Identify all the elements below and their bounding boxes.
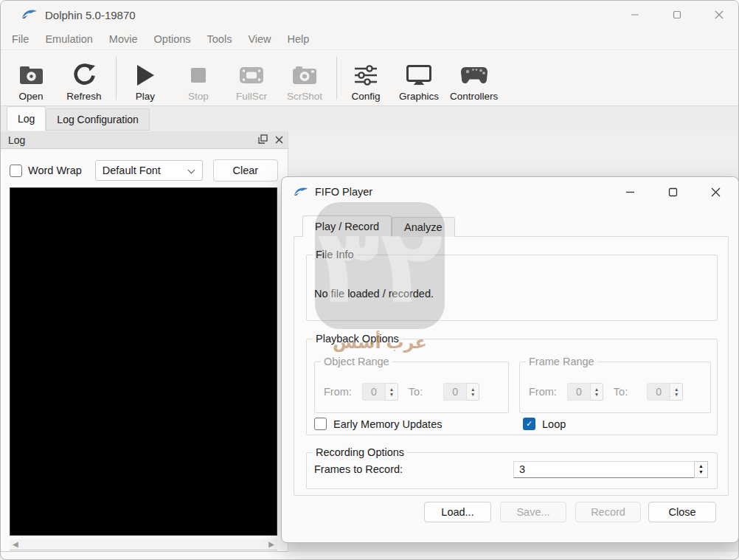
close-icon: [711, 187, 721, 197]
frame-range-group: Frame Range From: 0 ▲▼ To: 0 ▲▼: [519, 362, 711, 413]
log-horizontal-scrollbar[interactable]: ◀ ▶: [10, 539, 277, 550]
tab-log-configuration[interactable]: Log Configuration: [46, 108, 150, 131]
refresh-icon: [72, 61, 96, 89]
menu-movie[interactable]: Movie: [101, 33, 146, 45]
fifo-window-controls: [608, 178, 737, 206]
word-wrap-checkbox[interactable]: [10, 165, 22, 177]
float-panel-button[interactable]: [258, 134, 268, 147]
loop-label: Loop: [542, 418, 566, 430]
toolbar-controllers-button[interactable]: Controllers: [447, 55, 501, 102]
record-button: Record: [575, 502, 641, 522]
toolbar-graphics-button[interactable]: Graphics: [394, 55, 444, 102]
screenshot-icon: [291, 61, 318, 89]
window-title: Dolphin 5.0-19870: [45, 9, 136, 21]
object-to-label: To:: [409, 386, 423, 398]
dolphin-main-window: Dolphin 5.0-19870 File Emulation Movie O…: [0, 0, 739, 560]
check-icon: ✓: [526, 419, 532, 429]
close-panel-button[interactable]: [275, 134, 283, 147]
playback-options-group: Playback Options Object Range From: 0 ▲▼…: [306, 339, 718, 435]
titlebar: Dolphin 5.0-19870: [1, 1, 739, 29]
log-dock-header: Log: [1, 131, 288, 149]
scroll-right-icon[interactable]: ▶: [268, 541, 274, 548]
word-wrap-label: Word Wrap: [28, 165, 82, 176]
menu-file[interactable]: File: [4, 33, 37, 45]
menu-tools[interactable]: Tools: [199, 33, 240, 45]
fifo-tab-bar: Play / Record Analyze: [302, 215, 455, 237]
loop-checkbox[interactable]: ✓: [523, 418, 535, 430]
recording-options-title: Recording Options: [313, 446, 407, 458]
file-info-message: No file loaded / recorded.: [314, 288, 434, 300]
toolbar-screenshot-button: ScrShot: [280, 55, 330, 102]
stop-icon: [190, 61, 207, 89]
close-dialog-button[interactable]: Close: [648, 502, 716, 522]
config-icon: [353, 61, 378, 89]
play-icon: [136, 61, 155, 89]
fifo-titlebar: FIFO Player: [282, 177, 738, 207]
spin-arrows-icon: ▲▼: [670, 383, 683, 401]
menu-emulation[interactable]: Emulation: [37, 33, 100, 45]
toolbar-refresh-button[interactable]: Refresh: [59, 55, 109, 102]
controllers-icon: [459, 61, 489, 89]
frame-from-spinbox: 0 ▲▼: [567, 383, 603, 401]
close-icon: [715, 10, 724, 19]
early-memory-updates-checkbox[interactable]: [314, 418, 327, 430]
spin-arrows-icon: ▲▼: [591, 383, 603, 401]
graphics-icon: [406, 61, 432, 89]
early-memory-updates-label: Early Memory Updates: [333, 418, 442, 430]
window-controls: [614, 1, 739, 29]
dolphin-logo-icon: [293, 187, 309, 198]
fifo-dialog-title: FIFO Player: [315, 186, 372, 198]
toolbar-separator: [336, 57, 337, 100]
recording-options-group: Recording Options Frames to Record: 3 ▲▼: [306, 452, 718, 489]
tab-analyze[interactable]: Analyze: [392, 217, 455, 237]
object-from-spinbox: 0 ▲▼: [362, 383, 398, 401]
fullscreen-icon: [238, 61, 265, 89]
frame-from-label: From:: [529, 386, 557, 398]
tab-log[interactable]: Log: [7, 106, 46, 131]
frames-to-record-spinbox[interactable]: 3 ▲▼: [513, 461, 708, 478]
scroll-left-icon[interactable]: ◀: [13, 541, 18, 548]
frame-to-spinbox: 0 ▲▼: [647, 383, 683, 401]
spin-arrows-icon[interactable]: ▲▼: [694, 461, 708, 478]
load-button[interactable]: Load...: [424, 502, 491, 522]
frame-to-label: To:: [614, 386, 628, 398]
toolbar-stop-button: Stop: [173, 55, 223, 102]
fifo-player-dialog: FIFO Player Play / Record Analyze: [281, 176, 739, 543]
fifo-close-button[interactable]: [694, 178, 737, 206]
object-from-label: From:: [324, 386, 352, 398]
playback-options-title: Playback Options: [313, 333, 402, 345]
clear-button[interactable]: Clear: [213, 159, 278, 182]
menu-options[interactable]: Options: [146, 33, 199, 45]
log-tab-bar: Log Log Configuration: [1, 106, 739, 131]
toolbar-open-button[interactable]: Open: [6, 55, 56, 102]
maximize-icon: [668, 187, 678, 197]
file-info-title: File Info: [313, 249, 357, 260]
font-select[interactable]: Default Font: [95, 160, 203, 181]
toolbar-separator: [116, 57, 117, 100]
log-output-area[interactable]: [10, 187, 277, 536]
frames-to-record-label: Frames to Record:: [314, 463, 403, 475]
fifo-minimize-button[interactable]: [608, 178, 651, 206]
toolbar: Open Refresh Play Stop FullScr: [1, 49, 739, 106]
fifo-maximize-button[interactable]: [651, 178, 694, 206]
menu-view[interactable]: View: [240, 33, 279, 45]
toolbar-fullscreen-button: FullScr: [226, 55, 277, 102]
fifo-button-row: Load... Save... Record Close: [282, 502, 738, 522]
menu-bar: File Emulation Movie Options Tools View …: [1, 29, 739, 49]
minimize-icon: [625, 187, 635, 197]
maximize-button[interactable]: [656, 1, 698, 29]
log-dock-panel: Log Word Wrap Default Font: [1, 131, 288, 552]
maximize-icon: [673, 10, 681, 19]
object-to-spinbox: 0 ▲▼: [443, 383, 479, 401]
frame-range-title: Frame Range: [526, 356, 597, 367]
chevron-down-icon: [187, 167, 195, 174]
dolphin-logo-icon: [21, 9, 38, 21]
toolbar-config-button[interactable]: Config: [341, 55, 391, 102]
minimize-button[interactable]: [614, 1, 656, 29]
menu-help[interactable]: Help: [280, 33, 318, 45]
tab-play-record[interactable]: Play / Record: [302, 215, 392, 237]
toolbar-play-button[interactable]: Play: [120, 55, 170, 102]
object-range-title: Object Range: [321, 356, 392, 367]
close-button[interactable]: [698, 1, 739, 29]
log-dock-title: Log: [8, 134, 25, 146]
